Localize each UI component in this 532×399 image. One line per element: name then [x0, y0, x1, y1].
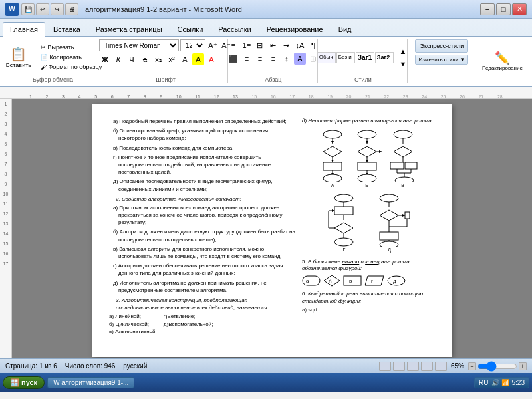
draft-btn[interactable] — [435, 362, 447, 371]
change-styles-button[interactable]: Изменить стили ▼ — [415, 55, 468, 65]
editing-icon: ✏️ — [495, 51, 509, 65]
indent-btn[interactable]: ⇥ — [281, 39, 293, 51]
svg-marker-15 — [379, 150, 382, 153]
numbering-btn[interactable]: 1≡ — [241, 39, 253, 51]
strikethrough-button[interactable]: а — [139, 53, 151, 65]
underline-button[interactable]: Ч — [126, 53, 138, 65]
tab-insert[interactable]: Вставка — [46, 22, 88, 36]
font-name-select[interactable]: Times New Roman — [99, 39, 179, 51]
svg-text:б: б — [329, 279, 332, 285]
svg-rect-61 — [344, 276, 361, 285]
tab-references[interactable]: Ссылки — [170, 22, 211, 36]
svg-point-21 — [358, 174, 376, 182]
tab-layout[interactable]: Разметка страницы — [88, 22, 170, 36]
tab-home[interactable]: Главная — [3, 22, 45, 37]
font-size-select[interactable]: 12 — [180, 39, 205, 51]
close-button[interactable]: ✕ — [512, 3, 527, 15]
styles-up-btn[interactable]: ▲ — [397, 45, 409, 57]
style-heading1[interactable]: Заг1 — [356, 52, 374, 63]
line-spacing-btn[interactable]: ↕ — [281, 53, 293, 65]
outline-btn[interactable] — [421, 362, 433, 371]
word-icon-small: W — [53, 379, 59, 386]
svg-rect-57 — [303, 276, 320, 285]
flowcharts-row1: А — [302, 129, 435, 188]
highlight-btn[interactable]: A — [192, 53, 204, 65]
page-status: Страница: 1 из 6 — [5, 362, 57, 370]
page-content: а) Подробный перечень правил выполнения … — [109, 118, 435, 335]
undo-quick-btn[interactable]: ↩ — [36, 3, 49, 15]
svg-point-32 — [395, 177, 414, 182]
grow-font-btn[interactable]: A⁺ — [207, 39, 219, 51]
format-painter-button[interactable]: 🖌 Формат по образцу — [38, 63, 104, 72]
styles-down-btn[interactable]: ▼ — [397, 58, 409, 70]
sort-btn[interactable]: ↕A — [294, 39, 306, 51]
copy-button[interactable]: 📄 Копировать — [38, 53, 104, 62]
zoom-slider[interactable] — [477, 364, 517, 369]
superscript-btn[interactable]: x² — [166, 53, 178, 65]
chart-G-svg — [326, 194, 362, 247]
multilevel-btn[interactable]: ⊟ — [254, 39, 266, 51]
shape-g: г — [364, 275, 384, 286]
tab-mailings[interactable]: Рассылки — [211, 22, 258, 36]
svg-marker-46 — [380, 210, 398, 221]
text-effects-btn[interactable]: A — [179, 53, 191, 65]
subscript-btn[interactable]: x₂ — [152, 53, 164, 65]
ribbon-tabs: Главная Вставка Разметка страницы Ссылки… — [0, 19, 532, 36]
paste-button[interactable]: 📋 Вставить — [1, 39, 36, 75]
italic-button[interactable]: К — [112, 53, 124, 65]
tab-view[interactable]: Вид — [331, 22, 359, 36]
svg-marker-12 — [366, 141, 368, 144]
zoom-in-btn[interactable]: + — [519, 362, 527, 370]
title-bar-left: W 💾 ↩ ↪ 🖨 алгоритмизация9 1-2 вариант - … — [5, 3, 242, 16]
print-quick-btn[interactable]: 🖨 — [65, 3, 78, 15]
font-color-btn[interactable]: A — [205, 53, 217, 65]
editing-group: ✏️ Редактирование — [477, 39, 528, 83]
minimize-button[interactable]: − — [480, 3, 495, 15]
bold-button[interactable]: Ж — [99, 53, 111, 65]
svg-text:г: г — [371, 278, 373, 284]
full-screen-btn[interactable] — [393, 362, 405, 371]
start-button[interactable]: 🪟 пуск — [3, 376, 45, 389]
chart-A: А — [318, 129, 348, 188]
align-center-btn[interactable]: ≡ — [241, 53, 253, 65]
svg-point-56 — [380, 241, 398, 247]
s2-item-b: б) Алгоритм должен иметь дискретную стру… — [109, 228, 295, 243]
align-justify-btn[interactable]: ≡ — [267, 53, 279, 65]
style-normal[interactable]: Обыч — [317, 52, 336, 63]
taskbar-word-window[interactable]: W алгоритмизация9 1-... — [47, 377, 134, 388]
zoom-out-btn[interactable]: − — [468, 362, 476, 370]
svg-marker-13 — [358, 146, 376, 157]
shading-btn[interactable]: A — [294, 53, 306, 65]
s2-item-d: д) Исполнитель алгоритма не должен прини… — [109, 279, 295, 294]
align-right-btn[interactable]: ≡ — [254, 53, 266, 65]
editing-button[interactable]: ✏️ Редактирование — [477, 43, 527, 78]
bullets-btn[interactable]: ≡ — [227, 39, 239, 51]
cut-button[interactable]: ✂ Вырезать — [38, 43, 104, 52]
style-no-spacing[interactable]: Без и — [336, 52, 355, 63]
document-area: 1234567891011121314151617 а) Подробный п… — [0, 99, 532, 358]
style-heading2[interactable]: Заг2 — [375, 52, 394, 63]
item-a: а) Подробный перечень правил выполнения … — [109, 118, 295, 125]
outdent-btn[interactable]: ⇤ — [267, 39, 279, 51]
svg-text:в: в — [349, 278, 352, 284]
express-styles-content: Экспресс-стили Изменить стили ▼ — [415, 39, 468, 82]
maximize-button[interactable]: □ — [496, 3, 511, 15]
web-layout-btn[interactable] — [407, 362, 419, 371]
svg-marker-3 — [323, 146, 342, 157]
express-styles-button[interactable]: Экспресс-стили — [415, 39, 468, 53]
paragraph-label: Абзац — [265, 75, 281, 83]
ribbon-content: 📋 Вставить ✂ Вырезать 📄 Копировать 🖌 Фор… — [0, 36, 532, 86]
font-group: Times New Roman 12 A⁺ A⁻ Ж К Ч а x₂ x² A — [104, 39, 228, 83]
align-left-btn[interactable]: ⬛ — [227, 53, 239, 65]
tab-review[interactable]: Рецензирование — [259, 22, 331, 36]
svg-point-0 — [323, 130, 342, 138]
print-layout-btn[interactable] — [379, 362, 391, 371]
redo-quick-btn[interactable]: ↪ — [51, 3, 64, 15]
svg-point-9 — [323, 174, 342, 182]
save-quick-btn[interactable]: 💾 — [21, 3, 35, 15]
s2-item-g: г) Алгоритм должен обеспечивать решение … — [109, 262, 295, 277]
chart-G: Г — [326, 194, 362, 253]
svg-marker-24 — [394, 146, 412, 157]
chart-A-svg — [318, 129, 348, 182]
status-bar: Страница: 1 из 6 Число слов: 946 русский… — [0, 358, 532, 373]
